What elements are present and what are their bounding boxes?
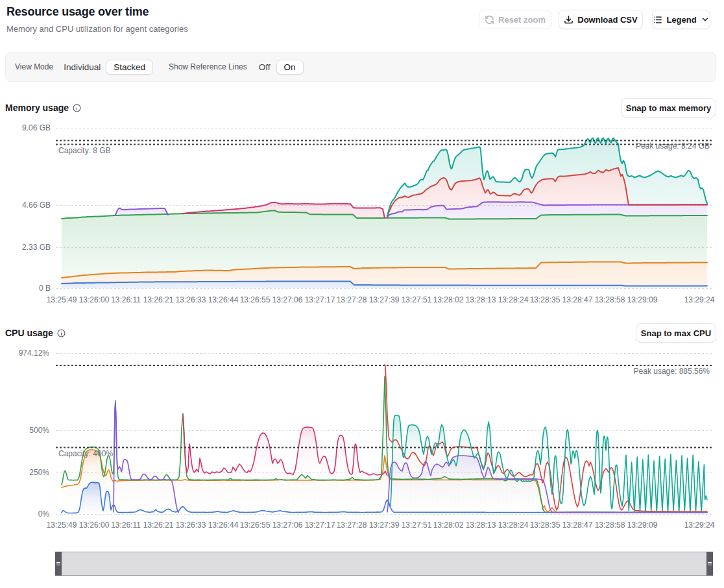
svg-text:0%: 0%: [38, 509, 50, 519]
svg-text:13:27:06: 13:27:06: [272, 295, 303, 304]
svg-text:13:28:47: 13:28:47: [562, 521, 593, 530]
svg-text:250%: 250%: [29, 468, 49, 477]
svg-text:13:28:58: 13:28:58: [595, 521, 625, 530]
svg-text:13:27:51: 13:27:51: [402, 295, 432, 304]
svg-text:Capacity: 8 GB: Capacity: 8 GB: [58, 146, 111, 155]
svg-text:13:28:35: 13:28:35: [530, 521, 561, 530]
svg-text:13:29:09: 13:29:09: [627, 521, 658, 530]
svg-text:2.33 GB: 2.33 GB: [22, 243, 51, 252]
svg-text:13:26:21: 13:26:21: [143, 521, 174, 530]
svg-text:13:28:47: 13:28:47: [562, 295, 593, 304]
svg-text:9.06 GB: 9.06 GB: [22, 123, 51, 132]
svg-text:13:27:17: 13:27:17: [305, 521, 335, 530]
svg-text:13:26:00: 13:26:00: [79, 295, 110, 304]
svg-text:13:27:39: 13:27:39: [369, 295, 400, 304]
svg-text:13:26:44: 13:26:44: [208, 295, 239, 304]
svg-text:13:27:28: 13:27:28: [337, 295, 367, 304]
svg-text:13:25:49: 13:25:49: [47, 295, 77, 304]
svg-text:13:27:06: 13:27:06: [272, 521, 303, 530]
svg-text:13:26:33: 13:26:33: [176, 521, 206, 530]
svg-text:0 B: 0 B: [39, 284, 51, 293]
svg-text:13:28:24: 13:28:24: [498, 521, 529, 530]
svg-text:13:26:00: 13:26:00: [79, 521, 110, 530]
svg-text:Peak usage: 885.56%: Peak usage: 885.56%: [634, 367, 710, 376]
svg-text:13:28:58: 13:28:58: [595, 295, 625, 304]
svg-text:Peak usage: 8.24 GB: Peak usage: 8.24 GB: [636, 141, 710, 151]
svg-text:13:26:44: 13:26:44: [208, 521, 239, 530]
svg-text:13:26:11: 13:26:11: [111, 521, 141, 530]
svg-text:Capacity: 400%: Capacity: 400%: [58, 449, 113, 458]
svg-text:4.66 GB: 4.66 GB: [22, 201, 51, 210]
svg-text:13:28:13: 13:28:13: [466, 295, 496, 304]
svg-text:13:26:55: 13:26:55: [240, 295, 271, 304]
svg-text:974.12%: 974.12%: [19, 349, 50, 358]
svg-text:13:26:11: 13:26:11: [111, 295, 141, 304]
svg-text:13:28:35: 13:28:35: [530, 295, 561, 304]
svg-text:13:28:02: 13:28:02: [433, 521, 464, 530]
svg-text:13:29:24: 13:29:24: [684, 521, 715, 530]
svg-text:13:27:51: 13:27:51: [402, 521, 432, 530]
svg-text:13:26:21: 13:26:21: [143, 295, 174, 304]
svg-text:13:26:55: 13:26:55: [240, 521, 271, 530]
svg-text:13:29:09: 13:29:09: [627, 295, 658, 304]
svg-text:13:27:28: 13:27:28: [337, 521, 367, 530]
svg-text:13:29:24: 13:29:24: [684, 295, 715, 304]
svg-text:13:28:24: 13:28:24: [498, 295, 529, 304]
svg-text:13:27:17: 13:27:17: [305, 295, 335, 304]
svg-text:500%: 500%: [29, 426, 49, 435]
svg-text:13:26:33: 13:26:33: [176, 295, 206, 304]
svg-text:13:28:02: 13:28:02: [433, 295, 464, 304]
svg-text:13:28:13: 13:28:13: [466, 521, 496, 530]
svg-text:13:25:49: 13:25:49: [47, 521, 77, 530]
svg-text:13:27:39: 13:27:39: [369, 521, 400, 530]
